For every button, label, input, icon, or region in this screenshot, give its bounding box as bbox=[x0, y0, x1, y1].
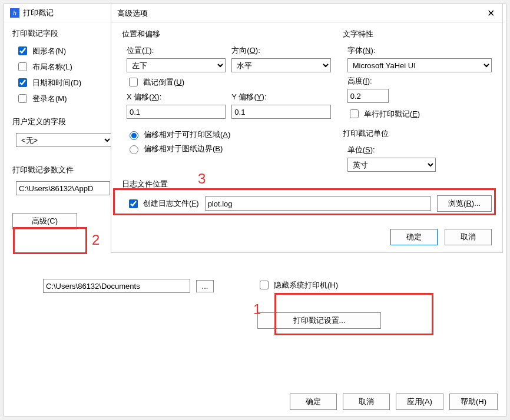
xoffset-input[interactable] bbox=[127, 105, 226, 119]
adv-cancel-button[interactable]: 取消 bbox=[445, 229, 492, 245]
cb-layout-name[interactable]: 布局名称(L) bbox=[16, 61, 112, 73]
docpath-browse-button[interactable]: ... bbox=[196, 280, 214, 292]
user-field-select[interactable]: <无> bbox=[16, 133, 112, 147]
pos-label: 位置(T): bbox=[127, 45, 226, 56]
unit-legend: 打印戳记单位 bbox=[343, 128, 492, 139]
font-label: 字体(N): bbox=[347, 45, 492, 56]
text-legend: 文字特性 bbox=[343, 29, 492, 39]
cb-drawing-name[interactable]: 图形名(N) bbox=[16, 45, 112, 57]
cb-login[interactable]: 登录名(M) bbox=[16, 92, 112, 105]
app-icon: h bbox=[10, 8, 19, 18]
cb-datetime[interactable]: 日期和时间(D) bbox=[16, 76, 112, 89]
browse-log-button[interactable]: 浏览(R)... bbox=[437, 195, 492, 212]
cb-datetime-input[interactable] bbox=[18, 78, 27, 87]
cb-invert[interactable]: 戳记倒置(U) bbox=[127, 76, 331, 88]
adv-titlebar: 高级选项 ✕ bbox=[111, 4, 502, 23]
radio-printable-input[interactable] bbox=[130, 131, 138, 140]
radio-printable-area[interactable]: 偏移相对于可打印区域(A) bbox=[127, 129, 331, 140]
adv-ok-button[interactable]: 确定 bbox=[390, 229, 438, 245]
radio-paper-bounds[interactable]: 偏移相对于图纸边界(B) bbox=[127, 144, 331, 154]
yoffset-input[interactable] bbox=[231, 105, 330, 119]
cb-layout-input[interactable] bbox=[18, 62, 27, 71]
cb-create-log-input[interactable] bbox=[129, 199, 138, 208]
height-input[interactable] bbox=[347, 89, 389, 103]
logfile-input[interactable] bbox=[205, 196, 431, 211]
pos-legend: 位置和偏移 bbox=[122, 29, 331, 39]
main-ok-button[interactable]: 确定 bbox=[290, 394, 337, 410]
cb-create-log[interactable]: 创建日志文件(F) bbox=[127, 198, 199, 210]
main-help-button[interactable]: 帮助(H) bbox=[449, 394, 498, 410]
main-apply-button[interactable]: 应用(A) bbox=[396, 394, 443, 410]
unit-select[interactable]: 英寸 bbox=[347, 158, 436, 172]
position-select[interactable]: 左下 bbox=[127, 58, 226, 72]
user-fields-legend: 用户定义的字段 bbox=[12, 116, 112, 127]
xoff-label: X 偏移(X): bbox=[127, 92, 226, 102]
height-label: 高度(I): bbox=[347, 76, 492, 86]
direction-select[interactable]: 水平 bbox=[231, 58, 330, 72]
cb-hide-printer-input[interactable] bbox=[260, 281, 269, 289]
paramfile-legend: 打印戳记参数文件 bbox=[12, 165, 112, 175]
radio-paper-input[interactable] bbox=[130, 145, 138, 154]
cb-singleline[interactable]: 单行打印戳记(E) bbox=[347, 108, 492, 120]
unit-label: 单位(S): bbox=[347, 145, 492, 155]
cb-login-input[interactable] bbox=[18, 94, 27, 103]
advanced-button[interactable]: 高级(C) bbox=[12, 213, 77, 229]
docpath-input[interactable] bbox=[43, 279, 190, 293]
advanced-options-dialog: 高级选项 ✕ 位置和偏移 位置(T): 左下 方向(O): 水平 bbox=[111, 4, 503, 253]
dir-label: 方向(O): bbox=[231, 45, 330, 56]
stamp-settings-button[interactable]: 打印戳记设置... bbox=[257, 312, 381, 329]
main-footer: 确定 取消 应用(A) 帮助(H) bbox=[290, 394, 498, 410]
cb-hide-printer[interactable]: 隐藏系统打印机(H) bbox=[257, 279, 381, 291]
cb-drawing-input[interactable] bbox=[18, 46, 27, 55]
log-legend: 日志文件位置 bbox=[122, 179, 492, 189]
fields-legend: 打印戳记字段 bbox=[12, 28, 112, 39]
close-icon[interactable]: ✕ bbox=[485, 8, 496, 19]
adv-title: 高级选项 bbox=[117, 8, 485, 19]
cb-singleline-input[interactable] bbox=[350, 109, 359, 118]
font-select[interactable]: Microsoft YaHei UI bbox=[347, 58, 492, 72]
yoff-label: Y 偏移(Y): bbox=[231, 92, 330, 102]
cb-invert-input[interactable] bbox=[129, 78, 138, 86]
main-cancel-button[interactable]: 取消 bbox=[343, 394, 390, 410]
paramfile-input[interactable] bbox=[16, 181, 110, 195]
